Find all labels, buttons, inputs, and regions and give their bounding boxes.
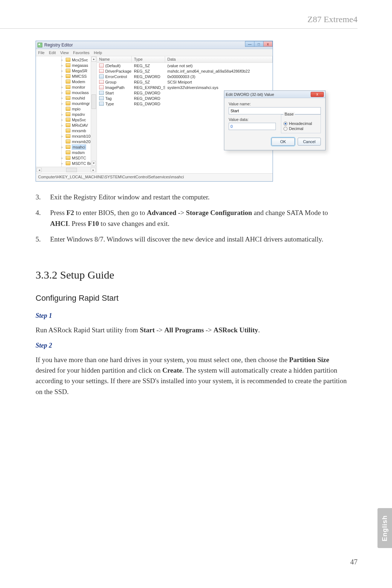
tree-node[interactable]: ▹MRxDAV [37,122,97,128]
value-data: SCSI Miniport [165,80,273,84]
step-label: Step 1 [36,311,348,321]
tree-node-label: mrxsmb [72,129,86,133]
expand-icon[interactable]: ▹ [61,96,65,100]
scroll-down-icon[interactable]: ▾ [92,161,96,166]
tree-node-label: mrxsmb10 [72,134,90,138]
expand-icon[interactable]: ▹ [61,91,65,94]
tree-node[interactable]: ▹megasas [37,62,97,68]
menu-help[interactable]: Help [94,50,102,55]
tree-node[interactable]: mrxsmb20 [37,139,97,144]
tree-node[interactable]: ▹MSDTC [37,155,97,161]
expand-icon[interactable]: ▹ [61,113,65,116]
tree-node[interactable]: ▹msahci [37,144,97,150]
value-row[interactable]: ErrorControlREG_DWORD0x00000003 (3) [97,74,273,79]
scroll-thumb-h[interactable] [66,168,77,172]
tree-node-label: MpsSvc [72,118,86,122]
step-number: 4. [36,207,50,229]
step1-paragraph: Run ASRock Rapid Start utility from Star… [36,325,348,335]
expand-icon[interactable]: ▹ [61,162,65,165]
binary-value-icon [99,102,104,106]
menu-favorites[interactable]: Favorites [73,50,89,55]
tree-node[interactable]: ▹mrxsmb10 [37,133,97,139]
folder-icon [66,112,70,116]
maximize-button[interactable]: □ [254,41,264,47]
tree-node-label: MegaSR [72,69,87,73]
values-list-pane[interactable]: Name Type Data (Default)REG_SZ(value not… [97,56,273,173]
value-data-input[interactable] [229,123,276,130]
tree-node-label: MSDTC Bri [72,161,92,166]
value-row[interactable]: ImagePathREG_EXPAND_SZsystem32\drivers\m… [97,85,273,90]
col-data[interactable]: Data [165,56,273,62]
ok-button[interactable]: OK [271,138,295,146]
close-button[interactable]: x [263,41,273,47]
tree-node[interactable]: ▹MpsSvc [37,117,97,122]
tree-node[interactable]: msdsm [37,150,97,155]
folder-icon [66,96,70,100]
tree-node[interactable]: ▹MegaSR [37,68,97,73]
menu-edit[interactable]: Edit [49,50,56,55]
tree-node[interactable]: Modem [37,79,97,84]
expand-icon[interactable] [61,140,65,143]
dialog-close-button[interactable]: x [311,92,324,97]
tree-node[interactable]: ▹mouclass [37,90,97,95]
scroll-up-icon[interactable]: ▴ [91,57,96,62]
value-name: Tag [105,96,112,101]
tree-node[interactable]: ▹MMCSS [37,73,97,79]
value-row[interactable]: DriverPackageIdREG_SZmshdc.inf_amd64_neu… [97,68,273,74]
tree-node[interactable]: ▹mpsdrv [37,111,97,117]
tree-node[interactable]: ▹mountmgr [37,101,97,106]
folder-icon [66,63,70,67]
tree-node-label: mountmgr [72,101,90,106]
folder-icon [66,150,70,154]
expand-icon[interactable]: ▹ [61,85,65,89]
tree-node[interactable]: ▹Mcx2Svc [37,57,97,62]
tree-horizontal-scrollbar[interactable]: ◂ ▸ [36,167,97,173]
expand-icon[interactable] [61,107,65,110]
folder-icon [66,123,70,127]
value-row[interactable]: (Default)REG_SZ(value not set) [97,63,273,68]
expand-icon[interactable]: ▹ [61,145,65,149]
minimize-button[interactable]: — [245,41,254,47]
expand-icon[interactable]: ▹ [61,74,65,78]
expand-icon[interactable]: ▹ [61,69,65,72]
menu-file[interactable]: File [38,50,45,55]
tree-node[interactable]: ▹MSDTC Bri [37,161,97,166]
expand-icon[interactable]: ▹ [61,134,65,138]
expand-icon[interactable]: ▹ [61,64,65,67]
value-name: Group [105,80,117,84]
expand-icon[interactable] [61,80,65,83]
cancel-button[interactable]: Cancel [298,138,321,146]
tree-node-label: MSDTC [72,156,86,160]
radio-hexadecimal[interactable]: Hexadecimal [283,121,318,126]
header-rule [0,28,358,29]
tree-vertical-scrollbar[interactable]: ▴ ▾ [91,56,97,167]
expand-icon[interactable] [61,151,65,154]
scroll-right-icon[interactable]: ▸ [91,168,96,172]
tree-node[interactable]: ▹monitor [37,84,97,90]
value-data: mshdc.inf_amd64_neutral_a69a58a4286f0b22 [165,69,273,73]
menu-view[interactable]: View [60,50,69,55]
expand-icon[interactable]: ▹ [61,123,65,127]
scroll-left-icon[interactable]: ◂ [37,168,42,172]
expand-icon[interactable] [61,129,65,132]
value-name-input[interactable] [229,107,321,114]
value-name: ErrorControl [105,74,127,79]
expand-icon[interactable]: ▹ [61,102,65,105]
tree-node[interactable]: ▹mouhid [37,95,97,101]
tree-pane[interactable]: ▹Mcx2Svc▹megasas▹MegaSR▹MMCSSModem▹monit… [36,56,97,173]
col-name[interactable]: Name [97,56,132,62]
expand-icon[interactable]: ▹ [61,58,65,61]
value-row[interactable]: GroupREG_SZSCSI Miniport [97,79,273,85]
value-data: system32\drivers\msahci.sys [165,85,273,90]
tree-node-label: mpsdrv [72,112,85,117]
expand-icon[interactable]: ▹ [61,118,65,121]
tree-node[interactable]: mrxsmb [37,128,97,133]
scroll-thumb[interactable] [91,94,96,109]
col-type[interactable]: Type [132,56,165,62]
value-type: REG_DWORD [132,74,165,79]
titlebar[interactable]: Registry Editor — □ x [36,41,273,49]
radio-decimal[interactable]: Decimal [283,126,318,131]
document-body: 3. Exit the Registry Editor window and r… [36,192,348,397]
tree-node[interactable]: mpio [37,106,97,111]
expand-icon[interactable]: ▹ [61,156,65,159]
